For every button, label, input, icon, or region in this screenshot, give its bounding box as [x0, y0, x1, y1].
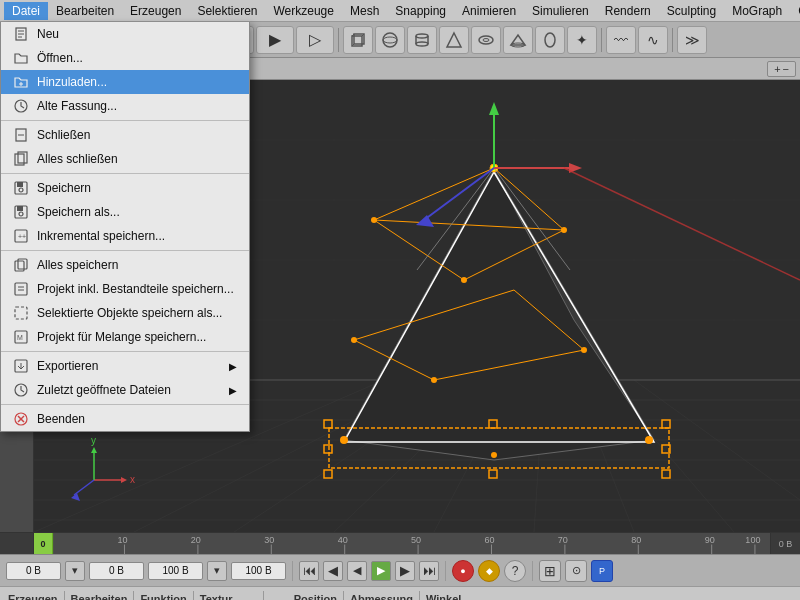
ctrl-to-start[interactable]: ⏮	[299, 561, 319, 581]
menu-mesh[interactable]: Mesh	[342, 2, 387, 20]
alte-fassung-label: Alte Fassung...	[37, 99, 117, 113]
menu-bearbeiten[interactable]: Bearbeiten	[48, 2, 122, 20]
ctrl-prev-frame[interactable]: ◀	[323, 561, 343, 581]
ctrl-arrow-down2[interactable]: ▾	[207, 561, 227, 581]
menu-item-alte-fassung[interactable]: Alte Fassung...	[1, 94, 249, 118]
info-funktion[interactable]: Funktion	[140, 593, 186, 601]
ctrl-render-btn[interactable]: ⊙	[565, 560, 587, 582]
info-abmessung[interactable]: Abmessung	[350, 593, 413, 601]
save-icon	[13, 180, 29, 196]
menu-item-beenden[interactable]: Beenden	[1, 407, 249, 431]
quit-icon	[13, 411, 29, 427]
svg-marker-11	[447, 33, 461, 47]
hinzuladen-label: Hinzuladen...	[37, 75, 107, 89]
svg-point-80	[431, 377, 437, 383]
menu-item-melange-speichern[interactable]: M Projekt für Melange speichern...	[1, 325, 249, 349]
tl-scale[interactable]: 0 10 20 30 40 50 60 70 80 90 100	[34, 533, 770, 554]
divider5	[672, 28, 673, 52]
info-winkel[interactable]: Winkel	[426, 593, 461, 601]
alles-schliessen-label: Alles schließen	[37, 152, 118, 166]
info-position[interactable]: Position	[294, 593, 337, 601]
ctrl-key-btn[interactable]: ◆	[478, 560, 500, 582]
menu-item-projekt-speichern[interactable]: Projekt inkl. Bestandteile speichern...	[1, 277, 249, 301]
menu-werkzeuge[interactable]: Werkzeuge	[265, 2, 341, 20]
torus-tool[interactable]	[471, 26, 501, 54]
sphere-tool[interactable]	[375, 26, 405, 54]
closeall-icon	[13, 151, 29, 167]
tl-end-label: 0 B	[779, 539, 793, 549]
menu-snapping[interactable]: Snapping	[387, 2, 454, 20]
ctrl-layout-btn[interactable]: ⊞	[539, 560, 561, 582]
menu-item-speichern[interactable]: Speichern	[1, 176, 249, 200]
info-textur[interactable]: Textur	[200, 593, 233, 601]
menu-item-recent[interactable]: Zuletzt geöffnete Dateien ▶	[1, 378, 249, 402]
menu-selektieren[interactable]: Selektieren	[189, 2, 265, 20]
ctrl-field2[interactable]: 0 B	[89, 562, 144, 580]
info-right: Position Abmessung Winkel	[294, 591, 462, 601]
cone-tool[interactable]	[439, 26, 469, 54]
menu-mograph[interactable]: MoGraph	[724, 2, 790, 20]
menu-rendern[interactable]: Rendern	[597, 2, 659, 20]
capsule-tool[interactable]	[535, 26, 565, 54]
ctrl-field3[interactable]: 100 B	[148, 562, 203, 580]
playback-last[interactable]: ▷	[296, 26, 334, 54]
ctrl-field3-val: 100 B	[162, 565, 188, 576]
toolbar2-add-btn[interactable]: + −	[767, 61, 796, 77]
menu-item-oeffnen[interactable]: Öffnen...	[1, 46, 249, 70]
info-bearbeiten[interactable]: Bearbeiten	[71, 593, 128, 601]
menu-item-schliessen[interactable]: Schließen	[1, 123, 249, 147]
menu-item-neu[interactable]: Neu	[1, 22, 249, 46]
ctrl-record-btn[interactable]: ●	[452, 560, 474, 582]
menu-item-sel-speichern[interactable]: Selektierte Objekte speichern als...	[1, 301, 249, 325]
menu-item-exportieren[interactable]: Exportieren ▶	[1, 354, 249, 378]
ctrl-play-back[interactable]: ◀	[347, 561, 367, 581]
info-erzeugen[interactable]: Erzeugen	[8, 593, 58, 601]
svg-point-13	[483, 38, 489, 41]
ctrl-field1[interactable]: 0 B	[6, 562, 61, 580]
ctrl-play-fwd[interactable]: ▶	[371, 561, 391, 581]
svg-point-10	[416, 42, 428, 46]
menu-item-inkremental[interactable]: ++ Inkremental speichern...	[1, 224, 249, 248]
plane-tool[interactable]	[503, 26, 533, 54]
menu-charak[interactable]: Charak	[790, 2, 800, 20]
svg-rect-122	[15, 283, 27, 295]
svg-text:80: 80	[631, 535, 641, 545]
bend-tool[interactable]: ∿	[638, 26, 668, 54]
ctrl-blue-btn[interactable]: P	[591, 560, 613, 582]
menu-item-alles-schliessen[interactable]: Alles schließen	[1, 147, 249, 171]
tl-ticks-svg: 10 20 30 40 50 60 70 80 90 100	[34, 533, 770, 554]
ctrl-arrow-down1[interactable]: ▾	[65, 561, 85, 581]
menu-item-hinzuladen[interactable]: Hinzuladen...	[1, 70, 249, 94]
ctrl-to-end[interactable]: ⏭	[419, 561, 439, 581]
menu-simulieren[interactable]: Simulieren	[524, 2, 597, 20]
svg-text:90: 90	[705, 535, 715, 545]
menu-erzeugen[interactable]: Erzeugen	[122, 2, 189, 20]
svg-point-114	[19, 188, 23, 192]
ctrl-next-frame[interactable]: ▶	[395, 561, 415, 581]
cube-tool[interactable]	[343, 26, 373, 54]
sep4	[1, 351, 249, 352]
svg-point-5	[383, 33, 397, 47]
menu-item-alles-speichern[interactable]: Alles speichern	[1, 253, 249, 277]
svg-text:++: ++	[18, 233, 26, 240]
oeffnen-label: Öffnen...	[37, 51, 83, 65]
svg-point-83	[491, 452, 497, 458]
menu-datei[interactable]: Datei	[4, 2, 48, 20]
svg-point-77	[461, 277, 467, 283]
extra-shapes-tool[interactable]: ✦	[567, 26, 597, 54]
menu-sculpting[interactable]: Sculpting	[659, 2, 724, 20]
tl-end: 0 B	[770, 533, 800, 554]
snake-tool[interactable]: 〰	[606, 26, 636, 54]
schliessen-label: Schließen	[37, 128, 90, 142]
info-divider3	[193, 591, 194, 601]
menu-animieren[interactable]: Animieren	[454, 2, 524, 20]
playback-play[interactable]: ▶	[256, 26, 294, 54]
ctrl-question-btn[interactable]: ?	[504, 560, 526, 582]
menu-item-speichern-als[interactable]: Speichern als...	[1, 200, 249, 224]
neu-label: Neu	[37, 27, 59, 41]
svg-text:70: 70	[558, 535, 568, 545]
svg-point-78	[351, 337, 357, 343]
cylinder-tool[interactable]	[407, 26, 437, 54]
more-btn[interactable]: ≫	[677, 26, 707, 54]
ctrl-field4[interactable]: 100 B	[231, 562, 286, 580]
